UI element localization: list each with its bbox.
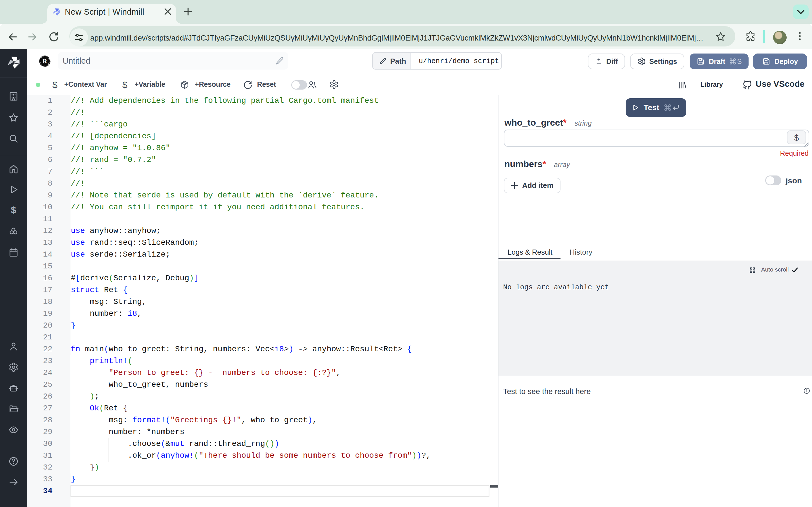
svg-text:R: R [43,58,47,65]
